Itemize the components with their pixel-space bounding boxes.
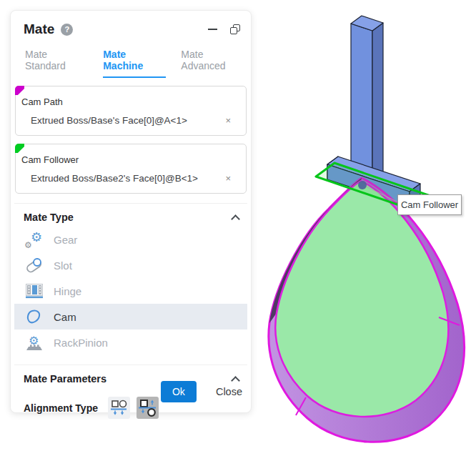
tab-mate-standard[interactable]: Mate Standard	[25, 49, 88, 78]
mate-parameters-title: Mate Parameters	[24, 373, 106, 385]
app-canvas: Cam Follower Mate ? Mate Standard Mate M…	[0, 0, 476, 456]
mate-type-item-hinge[interactable]: Hinge	[14, 278, 247, 304]
slot-icon	[24, 256, 45, 274]
mate-type-item-label: Slot	[54, 259, 72, 272]
cam-follower-tooltip: Cam Follower	[397, 194, 462, 215]
help-icon[interactable]: ?	[61, 24, 73, 36]
mate-type-item-slot[interactable]: Slot	[14, 252, 247, 278]
dialog-title: Mate	[24, 21, 54, 37]
alignment-type-label: Alignment Type	[24, 402, 98, 414]
alignment-anti-aligned-icon	[137, 398, 157, 417]
hinge-icon	[24, 284, 45, 299]
alignment-anti-aligned-button[interactable]	[137, 397, 159, 419]
cam-part[interactable]	[269, 178, 465, 442]
gear-icon: ⚙⚙	[24, 229, 45, 249]
cam-follower-value: Extruded Boss/Base2's Face[0]@B<1>	[31, 173, 225, 184]
dialog-footer: Ok Close	[161, 381, 242, 402]
ok-button[interactable]: Ok	[161, 381, 197, 402]
alignment-aligned-icon	[109, 399, 129, 417]
mate-type-header: Mate Type	[14, 203, 247, 227]
mate-type-item-cam[interactable]: Cam	[14, 304, 247, 329]
minimize-icon[interactable]	[208, 29, 217, 30]
svg-text:⚙: ⚙	[31, 229, 42, 244]
mate-type-item-label: Hinge	[54, 285, 81, 297]
follower-bar-side[interactable]	[372, 23, 383, 179]
cam-path-selection-box[interactable]: Cam Path Extrued Boss/Base's Face[0]@A<1…	[15, 86, 247, 136]
cam-top-face[interactable]	[275, 181, 448, 417]
alignment-aligned-button[interactable]	[108, 397, 130, 419]
cam-icon	[24, 307, 45, 326]
mate-type-item-label: Cam	[54, 311, 76, 323]
cam-path-label: Cam Path	[16, 92, 246, 107]
cam-follower-selection-box[interactable]: Cam Follower Extruded Boss/Base2's Face[…	[15, 144, 247, 194]
mate-type-collapse-icon[interactable]	[231, 214, 240, 224]
cam-path-clear-icon[interactable]: ×	[225, 115, 231, 126]
tab-mate-machine[interactable]: Mate Machine	[103, 49, 166, 78]
restore-window-icon[interactable]	[230, 24, 240, 34]
mate-type-item-label: RackPinion	[54, 337, 108, 349]
tab-mate-advanced[interactable]: Mate Advanced	[181, 49, 247, 78]
follower-bar-front[interactable]	[351, 24, 372, 179]
mate-type-item-gear[interactable]: ⚙⚙ Gear	[14, 227, 247, 252]
cam-follower-clear-icon[interactable]: ×	[225, 173, 231, 184]
cam-follower-label: Cam Follower	[16, 150, 246, 165]
mate-type-title: Mate Type	[24, 212, 74, 223]
rackpinion-icon: ⚙	[24, 333, 45, 352]
dialog-header[interactable]: Mate ?	[14, 11, 247, 37]
restore-front-square	[230, 27, 237, 34]
mate-type-item-label: Gear	[54, 234, 77, 246]
mate-dialog: Mate ? Mate Standard Mate Machine Mate A…	[10, 10, 252, 413]
selection-point[interactable]	[358, 181, 367, 189]
cam-path-value: Extrued Boss/Base's Face[0]@A<1>	[31, 115, 225, 126]
close-button[interactable]: Close	[216, 386, 242, 397]
mate-type-item-rackpinion[interactable]: ⚙ RackPinion	[14, 329, 247, 355]
mate-tabs: Mate Standard Mate Machine Mate Advanced	[25, 49, 247, 78]
